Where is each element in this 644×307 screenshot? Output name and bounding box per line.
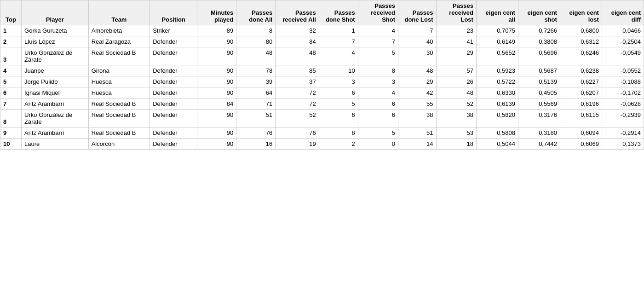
eigen-lost-cell: 0,6800 — [560, 25, 602, 36]
rank-cell: 2 — [0, 36, 22, 47]
team-cell: Real Sociedad B — [88, 98, 150, 110]
eigen-all-cell: 0,6149 — [476, 36, 518, 47]
player-cell: Ignasi Miquel — [22, 87, 89, 98]
passes-recv-lost-cell: 18 — [436, 139, 476, 150]
passes-recv-all-cell: 52 — [276, 110, 319, 127]
eigen-lost-cell: 0,6069 — [560, 139, 602, 150]
passes-done-all-cell: 64 — [236, 87, 276, 98]
rank-cell: 3 — [0, 47, 22, 65]
eigen-diff-cell: 0,0466 — [602, 25, 644, 36]
minutes-cell: 90 — [197, 76, 236, 87]
team-cell: Real Sociedad B — [88, 127, 150, 139]
passes-recv-all-cell: 85 — [276, 65, 319, 76]
header-passes-recv-shot: Passes received Shot — [358, 0, 398, 25]
position-cell: Defender — [150, 110, 197, 127]
player-cell: Jorge Pulido — [22, 76, 89, 87]
eigen-shot-cell: 0,5139 — [518, 76, 560, 87]
header-eigen-all: eigen cent all — [476, 0, 518, 25]
passes-done-all-cell: 76 — [236, 127, 276, 139]
position-cell: Defender — [150, 139, 197, 150]
passes-done-shot-cell: 3 — [319, 76, 358, 87]
eigen-shot-cell: 0,3176 — [518, 110, 560, 127]
passes-done-shot-cell: 6 — [319, 110, 358, 127]
passes-recv-all-cell: 37 — [276, 76, 319, 87]
passes-recv-shot-cell: 5 — [358, 47, 398, 65]
eigen-diff-cell: -0,0552 — [602, 65, 644, 76]
eigen-all-cell: 0,7075 — [476, 25, 518, 36]
passes-recv-all-cell: 32 — [276, 25, 319, 36]
position-cell: Striker — [150, 25, 197, 36]
table-row: 9Aritz ArambarriReal Sociedad BDefender9… — [0, 127, 644, 139]
header-eigen-diff: eigen cent diff — [602, 0, 644, 25]
player-cell: Gorka Guruzeta — [22, 25, 89, 36]
passes-recv-lost-cell: 29 — [436, 47, 476, 65]
header-eigen-lost: eigen cent lost — [560, 0, 602, 25]
position-cell: Defender — [150, 127, 197, 139]
eigen-lost-cell: 0,6238 — [560, 65, 602, 76]
passes-done-all-cell: 80 — [236, 36, 276, 47]
eigen-shot-cell: 0,5687 — [518, 65, 560, 76]
rank-cell: 9 — [0, 127, 22, 139]
header-player: Player — [22, 0, 89, 25]
passes-recv-all-cell: 48 — [276, 47, 319, 65]
eigen-all-cell: 0,5820 — [476, 110, 518, 127]
eigen-diff-cell: -0,2939 — [602, 110, 644, 127]
header-top: Top — [0, 0, 22, 25]
minutes-cell: 90 — [197, 65, 236, 76]
minutes-cell: 90 — [197, 47, 236, 65]
passes-recv-lost-cell: 57 — [436, 65, 476, 76]
passes-recv-shot-cell: 3 — [358, 76, 398, 87]
passes-recv-shot-cell: 5 — [358, 127, 398, 139]
passes-recv-shot-cell: 4 — [358, 25, 398, 36]
position-cell: Defender — [150, 47, 197, 65]
eigen-all-cell: 0,5652 — [476, 47, 518, 65]
passes-recv-shot-cell: 4 — [358, 87, 398, 98]
passes-done-lost-cell: 7 — [398, 25, 437, 36]
header-passes-done-all: Passes done All — [236, 0, 276, 25]
eigen-lost-cell: 0,6246 — [560, 47, 602, 65]
passes-done-lost-cell: 55 — [398, 98, 437, 110]
team-cell: Real Sociedad B — [88, 47, 150, 65]
passes-done-all-cell: 8 — [236, 25, 276, 36]
eigen-all-cell: 0,6330 — [476, 87, 518, 98]
table-row: 3Urko González de ZárateReal Sociedad BD… — [0, 47, 644, 65]
passes-recv-all-cell: 72 — [276, 98, 319, 110]
eigen-diff-cell: -0,0628 — [602, 98, 644, 110]
passes-done-shot-cell: 10 — [319, 65, 358, 76]
rank-cell: 8 — [0, 110, 22, 127]
eigen-diff-cell: -0,2914 — [602, 127, 644, 139]
minutes-cell: 89 — [197, 25, 236, 36]
rank-cell: 4 — [0, 65, 22, 76]
eigen-lost-cell: 0,6196 — [560, 98, 602, 110]
table-row: 4JuanpeGironaDefender90788510848570,5923… — [0, 65, 644, 76]
passes-done-all-cell: 71 — [236, 98, 276, 110]
eigen-all-cell: 0,5808 — [476, 127, 518, 139]
player-cell: Aritz Arambarri — [22, 98, 89, 110]
table-row: 8Urko González de ZárateReal Sociedad BD… — [0, 110, 644, 127]
rank-cell: 5 — [0, 76, 22, 87]
eigen-shot-cell: 0,3808 — [518, 36, 560, 47]
player-cell: Lluís López — [22, 36, 89, 47]
passes-done-shot-cell: 7 — [319, 36, 358, 47]
passes-done-all-cell: 78 — [236, 65, 276, 76]
passes-done-all-cell: 48 — [236, 47, 276, 65]
eigen-diff-cell: 0,1373 — [602, 139, 644, 150]
eigen-shot-cell: 0,7442 — [518, 139, 560, 150]
eigen-lost-cell: 0,6094 — [560, 127, 602, 139]
header-passes-done-lost: Passes done Lost — [398, 0, 437, 25]
table-row: 7Aritz ArambarriReal Sociedad BDefender8… — [0, 98, 644, 110]
team-cell: Girona — [88, 65, 150, 76]
player-cell: Laure — [22, 139, 89, 150]
minutes-cell: 90 — [197, 127, 236, 139]
table-row: 2Lluís LópezReal ZaragozaDefender9080847… — [0, 36, 644, 47]
passes-done-shot-cell: 6 — [319, 87, 358, 98]
passes-done-lost-cell: 40 — [398, 36, 437, 47]
passes-done-lost-cell: 14 — [398, 139, 437, 150]
passes-recv-shot-cell: 7 — [358, 36, 398, 47]
team-cell: Huesca — [88, 87, 150, 98]
header-eigen-shot: eigen cent shot — [518, 0, 560, 25]
header-minutes-played: Minutes played — [197, 0, 236, 25]
passes-done-all-cell: 51 — [236, 110, 276, 127]
eigen-lost-cell: 0,6115 — [560, 110, 602, 127]
table-row: 6Ignasi MiquelHuescaDefender906472644248… — [0, 87, 644, 98]
